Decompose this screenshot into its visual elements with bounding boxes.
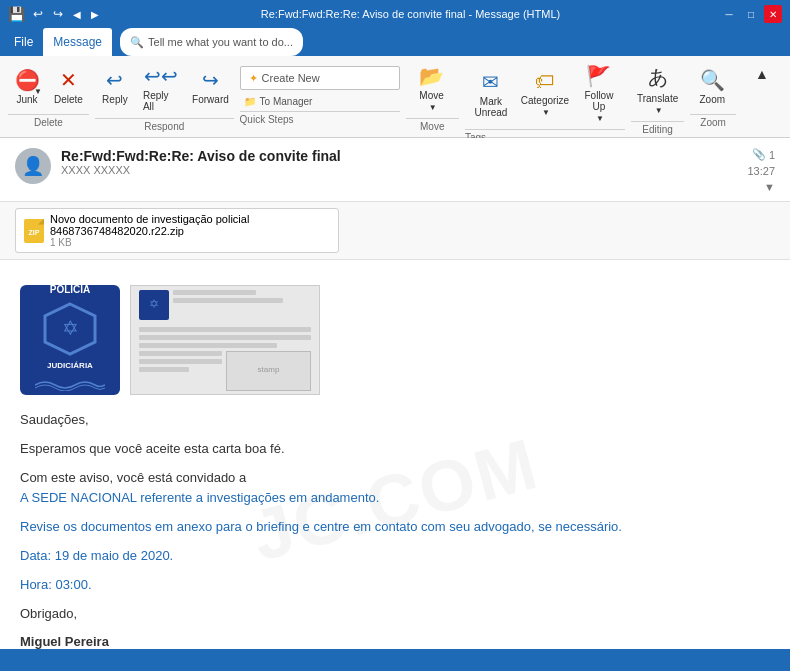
attachment-filename: Novo documento de investigação policial …	[50, 213, 330, 237]
mark-unread-label: Mark Unread	[471, 96, 511, 118]
mark-unread-button[interactable]: ✉ Mark Unread	[465, 66, 517, 122]
menu-message[interactable]: Message	[43, 28, 112, 56]
email-meta: Re:Fwd:Fwd:Re:Re: Aviso de convite final…	[61, 148, 737, 176]
attachment-bar: ZIP Novo documento de investigação polic…	[0, 202, 790, 260]
reply-all-label: Reply All	[143, 90, 179, 112]
doc-badge-star: ✡	[149, 295, 159, 314]
doc-line-5	[139, 343, 277, 348]
editing-group-label: Editing	[631, 121, 684, 135]
tell-me-icon: 🔍	[130, 36, 144, 49]
categorize-label: Categorize	[521, 95, 569, 106]
attachment-item[interactable]: ZIP Novo documento de investigação polic…	[15, 208, 339, 253]
translate-label: Translate	[637, 93, 678, 104]
collapse-ribbon-button[interactable]: ▲	[742, 64, 782, 84]
reply-icon: ↩	[106, 68, 123, 92]
wave-svg	[35, 379, 105, 391]
nav-back-button[interactable]: ◀	[71, 9, 83, 20]
attachment-number: 1	[769, 149, 775, 161]
ribbon-delete-content: ⛔ Junk ▼ ✕ Delete	[8, 60, 89, 112]
move-dropdown: ▼	[429, 103, 437, 112]
doc-col-left	[139, 351, 222, 391]
tell-me-text: Tell me what you want to do...	[148, 36, 293, 48]
translate-icon: あ	[648, 64, 668, 91]
zoom-group-label: Zoom	[690, 114, 736, 128]
delete-button[interactable]: ✕ Delete	[48, 60, 89, 112]
redo-button[interactable]: ↪	[51, 7, 65, 21]
move-button[interactable]: 📂 Move ▼	[406, 60, 458, 116]
forward-icon: ↪	[202, 68, 219, 92]
para2: Com este aviso, você está convidado a A …	[20, 468, 770, 510]
reply-all-button[interactable]: ↩↩ Reply All	[137, 60, 185, 116]
doc-line-7	[139, 359, 222, 364]
forward-button[interactable]: ↪ Forward	[187, 60, 233, 112]
date-field: Data: 19 de maio de 2020.	[20, 546, 770, 567]
time-value: Hora: 03:00.	[20, 577, 92, 592]
police-badge: POLÍCIA ✡ JUDICIÁRIA	[20, 285, 120, 395]
window-controls: ─ □ ✕	[720, 5, 782, 23]
paperclip-icon: 📎	[752, 148, 766, 161]
reply-button[interactable]: ↩ Reply	[95, 60, 135, 112]
tell-me-search[interactable]: 🔍 Tell me what you want to do...	[120, 28, 303, 56]
save-icon[interactable]: 💾	[8, 6, 25, 22]
email-right-meta: 📎 1 13:27 ▼	[747, 148, 775, 193]
zoom-icon: 🔍	[700, 68, 725, 92]
attachment-size: 1 KB	[50, 237, 330, 248]
expand-button[interactable]: ▼	[764, 181, 775, 193]
menu-file[interactable]: File	[4, 28, 43, 56]
maximize-button[interactable]: □	[742, 5, 760, 23]
ribbon-quick-steps-section: ✦ Create New 📁To Manager Quick Steps	[240, 60, 400, 125]
badge-hexagon-svg: ✡	[43, 302, 97, 356]
follow-up-button[interactable]: 🚩 Follow Up ▼	[573, 60, 625, 127]
doc-line-1	[173, 290, 256, 295]
move-group-label: Move	[406, 118, 459, 132]
move-icon: 📂	[419, 64, 444, 88]
quick-step-move-to-folder[interactable]: 📁To Manager	[240, 94, 320, 109]
zoom-label: Zoom	[700, 94, 726, 105]
window-title: Re:Fwd:Fwd:Re:Re: Aviso de convite final…	[261, 8, 560, 20]
para1: Esperamos que você aceite esta carta boa…	[20, 439, 770, 460]
undo-button[interactable]: ↩	[31, 7, 45, 21]
para2a: Com este aviso, você está convidado a	[20, 470, 246, 485]
minimize-button[interactable]: ─	[720, 5, 738, 23]
follow-up-label: Follow Up	[579, 90, 619, 112]
junk-button[interactable]: ⛔ Junk ▼	[8, 60, 46, 112]
doc-title-area	[173, 290, 311, 320]
ribbon-collapse-area: ▲	[742, 60, 782, 84]
ribbon-tags-content: ✉ Mark Unread 🏷 Categorize ▼ 🚩 Follow Up…	[465, 60, 625, 127]
categorize-button[interactable]: 🏷 Categorize ▼	[519, 66, 571, 121]
ribbon-delete-section: ⛔ Junk ▼ ✕ Delete Delete	[8, 60, 89, 128]
signature-block: Miguel Pereira investigador chefe	[20, 632, 770, 649]
doc-badge-small: ✡	[139, 290, 169, 320]
sender-avatar: 👤	[15, 148, 51, 184]
doc-two-col: stamp	[139, 351, 311, 391]
greeting: Saudações,	[20, 410, 770, 431]
police-image-area: POLÍCIA ✡ JUDICIÁRIA	[20, 285, 770, 395]
email-area: 👤 Re:Fwd:Fwd:Re:Re: Aviso de convite fin…	[0, 138, 790, 649]
reading-pane[interactable]: 👤 Re:Fwd:Fwd:Re:Re: Aviso de convite fin…	[0, 138, 790, 649]
close-button[interactable]: ✕	[764, 5, 782, 23]
para3: Revise os documentos em anexo para o bri…	[20, 517, 770, 538]
doc-line-4	[139, 335, 311, 340]
quick-steps-input[interactable]: ✦ Create New	[240, 66, 400, 90]
closing: Obrigado,	[20, 604, 770, 625]
title-bar: 💾 ↩ ↪ ◀ ▶ Re:Fwd:Fwd:Re:Re: Aviso de con…	[0, 0, 790, 28]
junk-dropdown-icon: ▼	[34, 87, 42, 96]
doc-line-8	[139, 367, 189, 372]
ribbon-tags-section: ✉ Mark Unread 🏷 Categorize ▼ 🚩 Follow Up…	[465, 60, 625, 143]
forward-label: Forward	[192, 94, 229, 105]
doc-line-3	[139, 327, 311, 332]
menu-bar: File Message 🔍 Tell me what you want to …	[0, 28, 790, 56]
translate-button[interactable]: あ Translate ▼	[631, 60, 684, 119]
reply-all-icon: ↩↩	[144, 64, 178, 88]
para2b: A SEDE NACIONAL referente a investigaçõe…	[20, 490, 379, 505]
doc-lines: ✡	[131, 285, 319, 395]
zip-file-icon: ZIP	[24, 219, 44, 243]
email-body: JC.COM POLÍCIA ✡ JUDICIÁRIA	[0, 260, 790, 649]
nav-forward-button[interactable]: ▶	[89, 9, 101, 20]
doc-line-6	[139, 351, 222, 356]
ribbon-move-content: 📂 Move ▼	[406, 60, 459, 116]
zoom-button[interactable]: 🔍 Zoom	[690, 60, 734, 112]
ribbon-respond-content: ↩ Reply ↩↩ Reply All ↪ Forward	[95, 60, 234, 116]
email-time: 13:27	[747, 165, 775, 177]
mark-unread-icon: ✉	[482, 70, 499, 94]
